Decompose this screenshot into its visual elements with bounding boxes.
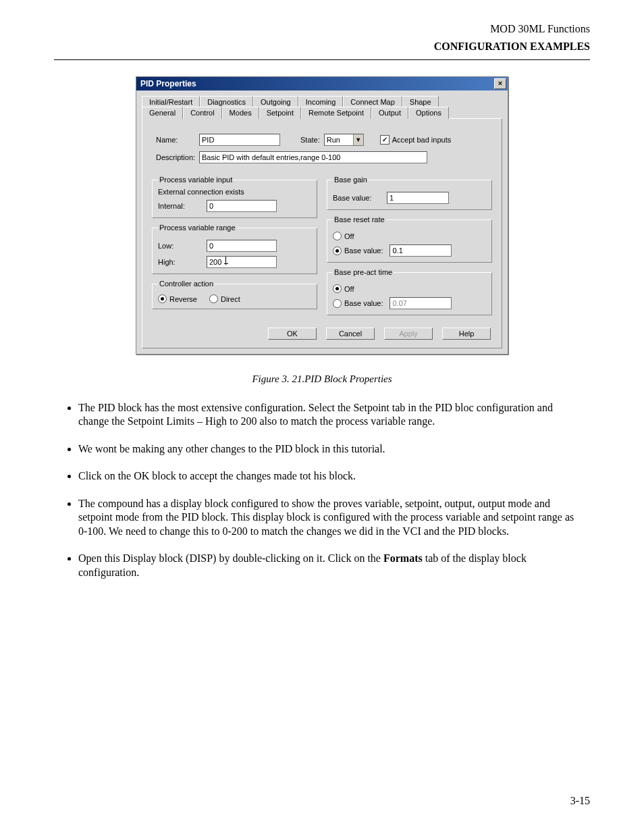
header-rule [54,59,590,60]
tab-remote-setpoint[interactable]: Remote Setpoint [301,107,371,119]
formats-word: Formats [383,552,423,564]
group-process-variable-range: Process variable range Low: 0 High: 200 [152,224,317,274]
bullet-list: The PID block has the most extensive con… [78,401,590,579]
pvr-low-label: Low: [158,242,207,250]
brr-off-radio[interactable]: Off [333,232,354,240]
pvi-legend: Process variable input [158,176,234,184]
chevron-down-icon[interactable]: ▼ [353,134,363,145]
figure-title: PID Block Properties [304,373,392,384]
pvr-high-input[interactable]: 200 [207,256,277,268]
bg-bv-label: Base value: [333,194,387,202]
tab-shape[interactable]: Shape [402,96,439,107]
pvr-low-input[interactable]: 0 [207,240,277,252]
figure-number: Figure 3. 21. [252,373,304,384]
bullet-1: The PID block has the most extensive con… [78,401,585,429]
bullet-3: Click on the OK block to accept the chan… [78,469,585,483]
close-icon[interactable]: × [494,78,506,89]
ok-button[interactable]: OK [268,328,317,340]
tab-setpoint[interactable]: Setpoint [259,107,301,119]
name-label: Name: [156,136,199,144]
pvr-legend: Process variable range [158,224,237,232]
radio-dot-icon [333,299,342,308]
radio-dot-icon [333,284,342,293]
state-label: State: [300,136,320,144]
pvi-internal-label: Internal: [158,202,207,210]
tab-modes[interactable]: Modes [222,107,259,119]
description-input[interactable]: Basic PID with default entries,range 0-1… [199,151,427,163]
figure-caption: Figure 3. 21.PID Block Properties [54,373,590,385]
bpa-bv-input: 0.07 [390,297,452,309]
ctrl-legend: Controller action [158,280,215,288]
pid-properties-dialog: PID Properties × Initial/Restart Diagnos… [136,76,508,355]
tab-initial-restart[interactable]: Initial/Restart [142,96,200,107]
tab-connect-map[interactable]: Connect Map [343,96,402,107]
header-line-1: MOD 30ML Functions [54,23,590,35]
radio-dot-icon [333,232,342,240]
text-caret-icon [224,263,228,264]
brr-bv-input[interactable]: 0.1 [390,244,452,257]
dialog-title: PID Properties [140,79,196,88]
help-button[interactable]: Help [442,328,491,340]
tab-row-back: Initial/Restart Diagnostics Outgoing Inc… [142,96,502,107]
tab-incoming[interactable]: Incoming [298,96,344,107]
bullet-4: The compound has a display block configu… [78,497,585,538]
ctrl-direct-radio[interactable]: Direct [209,294,240,303]
tab-outgoing[interactable]: Outgoing [253,96,298,107]
group-controller-action: Controller action Reverse Direct [152,280,317,309]
name-input[interactable]: PID [199,134,280,146]
tab-control[interactable]: Control [183,107,221,119]
group-base-preact-time: Base pre-act time Off [327,268,492,315]
state-value: Run [325,134,353,145]
tab-options[interactable]: Options [408,107,449,119]
bg-legend: Base gain [333,176,369,184]
brr-legend: Base reset rate [333,215,386,224]
tab-output[interactable]: Output [371,107,408,119]
titlebar: PID Properties × [136,77,508,90]
ctrl-reverse-radio[interactable]: Reverse [158,294,197,303]
accept-bad-inputs-label: Accept bad inputs [392,136,451,144]
bullet-2: We wont be making any other changes to t… [78,442,585,456]
group-base-gain: Base gain Base value: 1 [327,176,492,210]
brr-basevalue-radio[interactable]: Base value: [333,246,383,255]
tab-panel-general: Name: PID State: Run ▼ ✓ Accept bad inpu… [142,118,502,348]
bpa-legend: Base pre-act time [333,268,394,276]
pvi-internal-input[interactable]: 0 [207,200,277,212]
cancel-button[interactable]: Cancel [326,328,375,340]
radio-dot-icon [209,294,218,303]
apply-button[interactable]: Apply [384,328,433,340]
bullet-5: Open this Display block (DISP) by double… [78,552,585,579]
bg-bv-input[interactable]: 1 [387,192,449,204]
pvi-external-label: External connection exists [158,188,311,196]
page-number: 3-15 [570,795,590,807]
header-line-2: CONFIGURATION EXAMPLES [54,41,590,53]
description-label: Description: [156,153,199,161]
tab-row-front: General Control Modes Setpoint Remote Se… [142,107,502,119]
group-base-reset-rate: Base reset rate Off [327,215,492,263]
bpa-basevalue-radio[interactable]: Base value: [333,299,383,308]
check-icon: ✓ [380,135,390,145]
tab-diagnostics[interactable]: Diagnostics [200,96,253,107]
group-process-variable-input: Process variable input External connecti… [152,176,317,218]
state-combo[interactable]: Run ▼ [324,134,364,146]
accept-bad-inputs-checkbox[interactable]: ✓ Accept bad inputs [380,135,451,145]
bpa-off-radio[interactable]: Off [333,284,354,293]
radio-dot-icon [158,294,167,303]
radio-dot-icon [333,246,342,255]
tab-general[interactable]: General [142,107,183,119]
pvr-high-label: High: [158,258,207,266]
